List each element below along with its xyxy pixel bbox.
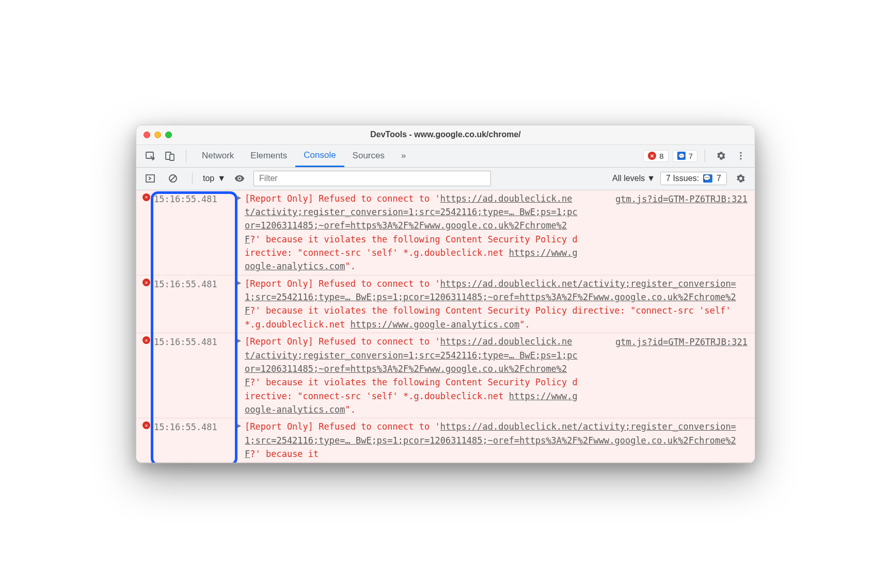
error-icon: ✕	[142, 277, 154, 331]
device-toggle-icon[interactable]	[161, 147, 179, 165]
tab-elements[interactable]: Elements	[242, 144, 295, 167]
message-timestamp: 15:16:55.481	[154, 420, 237, 461]
kebab-menu-icon[interactable]	[732, 147, 750, 165]
inspect-element-icon[interactable]	[141, 147, 159, 165]
console-message-row[interactable]: ✕15:16:55.481▶[Report Only] Refused to c…	[136, 275, 755, 333]
levels-label: All levels	[612, 174, 645, 183]
context-label: top	[203, 174, 214, 183]
svg-point-3	[740, 152, 741, 154]
error-count: 8	[659, 152, 663, 160]
message-timestamp: 15:16:55.481	[154, 277, 237, 331]
issues-count: 7	[717, 174, 721, 183]
issues-label: 7 Issues:	[666, 174, 699, 183]
console-toolbar: top ▼ All levels ▼ 7 Issues: 💬 7	[136, 168, 755, 190]
console-settings-icon[interactable]	[732, 170, 750, 187]
message-source-link[interactable]: gtm.js?id=GTM-PZ6TRJB:321	[587, 335, 747, 416]
log-level-selector[interactable]: All levels ▼	[612, 174, 655, 183]
separator	[705, 150, 705, 162]
error-count-badge[interactable]: ✕ 8	[643, 150, 668, 162]
svg-point-4	[740, 155, 741, 157]
message-link[interactable]: https://www.google-analytics.com	[351, 319, 520, 330]
expand-arrow-icon[interactable]: ▶	[237, 277, 245, 331]
message-icon: 💬	[677, 152, 686, 160]
console-message-row[interactable]: ✕15:16:55.481▶[Report Only] Refused to c…	[136, 418, 755, 463]
tab-network[interactable]: Network	[194, 144, 242, 167]
message-source-link[interactable]: gtm.js?id=GTM-PZ6TRJB:321	[587, 192, 747, 273]
expand-arrow-icon[interactable]: ▶	[237, 420, 245, 461]
error-icon: ✕	[142, 335, 154, 416]
tab-sources[interactable]: Sources	[344, 144, 393, 167]
svg-rect-2	[170, 154, 174, 160]
clear-console-icon[interactable]	[164, 170, 182, 187]
message-timestamp: 15:16:55.481	[154, 335, 237, 416]
console-message-row[interactable]: ✕15:16:55.481▶[Report Only] Refused to c…	[136, 333, 755, 418]
filter-input[interactable]	[253, 171, 491, 186]
toggle-console-sidebar-icon[interactable]	[141, 170, 159, 187]
message-count: 7	[689, 152, 693, 160]
panel-tabs: Network Elements Console Sources »	[194, 144, 414, 167]
settings-icon[interactable]	[712, 147, 730, 165]
separator	[186, 150, 186, 162]
issues-button[interactable]: 7 Issues: 💬 7	[660, 172, 727, 185]
svg-point-5	[740, 158, 741, 159]
expand-arrow-icon[interactable]: ▶	[237, 192, 245, 273]
chevron-down-icon: ▼	[647, 174, 655, 183]
message-icon: 💬	[703, 174, 712, 183]
error-icon: ✕	[648, 152, 656, 160]
message-text: [Report Only] Refused to connect to 'htt…	[245, 335, 587, 416]
titlebar: DevTools - www.google.co.uk/chrome/	[136, 125, 755, 145]
error-icon: ✕	[142, 192, 154, 273]
console-message-row[interactable]: ✕15:16:55.481▶[Report Only] Refused to c…	[136, 190, 755, 275]
tab-console[interactable]: Console	[295, 144, 344, 167]
tab-more[interactable]: »	[393, 144, 414, 167]
message-timestamp: 15:16:55.481	[154, 192, 237, 273]
devtools-tabbar: Network Elements Console Sources » ✕ 8 💬…	[136, 145, 755, 168]
expand-arrow-icon[interactable]: ▶	[237, 335, 245, 416]
message-text: [Report Only] Refused to connect to 'htt…	[245, 192, 587, 273]
live-expression-icon[interactable]	[231, 170, 248, 187]
message-text: [Report Only] Refused to connect to 'htt…	[245, 420, 747, 461]
separator	[192, 172, 193, 185]
devtools-window: DevTools - www.google.co.uk/chrome/ Netw…	[136, 125, 755, 464]
window-title: DevTools - www.google.co.uk/chrome/	[136, 130, 755, 139]
message-text: [Report Only] Refused to connect to 'htt…	[245, 277, 747, 331]
chevron-down-icon: ▼	[217, 174, 226, 183]
message-count-badge[interactable]: 💬 7	[673, 150, 697, 162]
error-icon: ✕	[142, 420, 154, 461]
context-selector[interactable]: top ▼	[203, 174, 226, 183]
console-messages: ✕15:16:55.481▶[Report Only] Refused to c…	[136, 190, 755, 463]
